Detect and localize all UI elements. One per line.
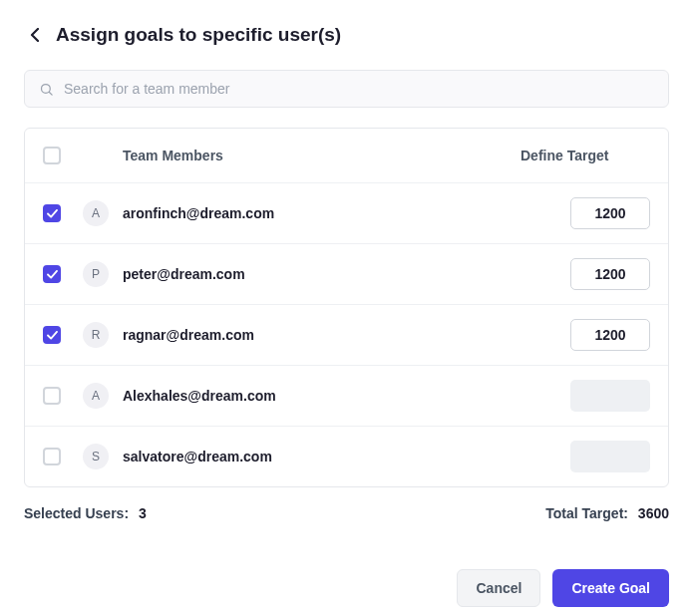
- search-field[interactable]: [24, 70, 669, 108]
- member-email: ragnar@dream.com: [123, 327, 520, 343]
- selected-users-value: 3: [139, 505, 147, 521]
- search-input[interactable]: [64, 81, 654, 97]
- svg-point-0: [42, 84, 51, 93]
- row-checkbox[interactable]: [43, 448, 61, 465]
- selected-users: Selected Users: 3: [24, 505, 147, 521]
- chevron-left-icon: [30, 28, 39, 42]
- row-checkbox[interactable]: [43, 204, 61, 222]
- column-header-members: Team Members: [123, 148, 520, 163]
- select-all-checkbox[interactable]: [43, 147, 61, 164]
- page-title: Assign goals to specific user(s): [56, 24, 341, 46]
- member-email: Alexhales@dream.com: [123, 388, 520, 404]
- members-table: Team Members Define Target Aaronfinch@dr…: [24, 128, 669, 487]
- search-icon: [39, 82, 54, 97]
- row-checkbox[interactable]: [43, 387, 61, 405]
- member-email: salvatore@dream.com: [123, 449, 520, 464]
- target-input[interactable]: [570, 197, 650, 229]
- avatar: A: [83, 200, 109, 226]
- table-row: Ppeter@dream.com: [25, 243, 668, 304]
- table-row: Rragnar@dream.com: [25, 304, 668, 365]
- table-row: Aaronfinch@dream.com: [25, 182, 668, 243]
- total-target: Total Target: 3600: [545, 505, 669, 521]
- avatar: P: [83, 261, 109, 287]
- avatar: S: [83, 444, 109, 469]
- table-row: Ssalvatore@dream.com: [25, 426, 668, 486]
- member-email: aronfinch@dream.com: [123, 205, 520, 221]
- total-target-value: 3600: [638, 505, 669, 521]
- column-header-target: Define Target: [520, 148, 650, 163]
- summary-bar: Selected Users: 3 Total Target: 3600: [24, 505, 669, 521]
- avatar: A: [83, 383, 109, 409]
- table-header: Team Members Define Target: [25, 129, 668, 182]
- avatar: R: [83, 322, 109, 348]
- total-target-label: Total Target:: [545, 505, 628, 521]
- create-goal-button[interactable]: Create Goal: [552, 569, 669, 607]
- table-row: AAlexhales@dream.com: [25, 365, 668, 426]
- cancel-button[interactable]: Cancel: [457, 569, 540, 607]
- page-header: Assign goals to specific user(s): [24, 24, 669, 46]
- target-input[interactable]: [570, 319, 650, 351]
- row-checkbox[interactable]: [43, 326, 61, 344]
- target-input[interactable]: [570, 258, 650, 290]
- footer-actions: Cancel Create Goal: [24, 569, 669, 607]
- target-input-disabled: [570, 441, 650, 472]
- selected-users-label: Selected Users:: [24, 505, 129, 521]
- row-checkbox[interactable]: [43, 265, 61, 283]
- back-button[interactable]: [24, 25, 44, 45]
- target-input-disabled: [570, 380, 650, 412]
- member-email: peter@dream.com: [123, 266, 520, 282]
